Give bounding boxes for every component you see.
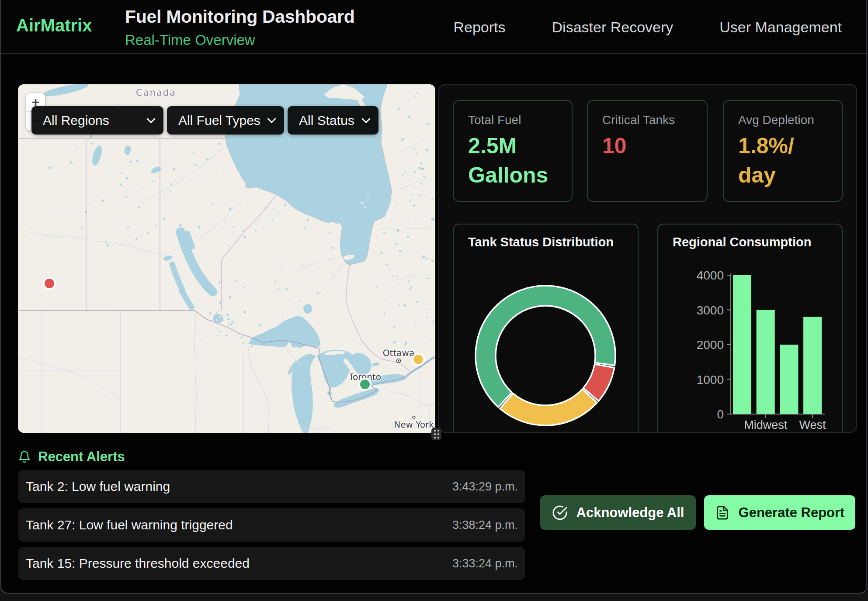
chevron-down-icon — [267, 118, 276, 123]
map-canvas[interactable]: Canada Ottawa Toronto New York — [18, 84, 435, 433]
filter-status-value: All Status — [299, 113, 354, 128]
stat-value: 2.5M Gallons — [468, 131, 548, 190]
nav-user-management[interactable]: User Management — [719, 19, 842, 36]
chart-card-tank-status: Tank Status Distribution — [453, 224, 639, 433]
nav-reports[interactable]: Reports — [454, 19, 506, 36]
check-circle-icon — [552, 505, 568, 521]
alerts-header: Recent Alerts — [18, 449, 125, 465]
alert-message: Tank 2: Low fuel warning — [26, 470, 170, 503]
generate-report-label: Generate Report — [739, 505, 845, 521]
filter-fuel-types[interactable]: All Fuel Types — [167, 106, 284, 135]
header: AirMatrix Fuel Monitoring Dashboard Real… — [1, 0, 866, 54]
brand-logo: AirMatrix — [16, 16, 92, 35]
page-subtitle: Real-Time Overview — [125, 32, 255, 48]
bar-ytick: 4000 — [697, 269, 724, 282]
filter-regions[interactable]: All Regions — [31, 106, 163, 135]
bar-xlabel: West — [799, 418, 826, 432]
marker-critical[interactable] — [44, 278, 55, 289]
bar-chart: 01000200030004000MidwestWest — [658, 225, 844, 433]
document-icon — [715, 505, 730, 520]
bar-xlabel: Midwest — [744, 418, 788, 432]
stat-value: 10 — [602, 131, 627, 161]
alert-row[interactable]: Tank 15: Pressure threshold exceeded 3:3… — [18, 547, 525, 580]
bar-ytick: 2000 — [697, 338, 724, 352]
alert-time: 3:38:24 p.m. — [452, 508, 518, 542]
bar-2[interactable] — [780, 345, 798, 414]
alert-time: 3:43:29 p.m. — [452, 470, 518, 503]
map-label-newyork: New York — [394, 419, 434, 430]
chevron-down-icon — [361, 118, 371, 123]
bell-icon — [18, 450, 31, 464]
bar-3[interactable] — [803, 317, 822, 414]
map-label-ottawa: Ottawa — [383, 348, 414, 358]
alert-message: Tank 15: Pressure threshold exceeded — [26, 547, 250, 580]
chevron-down-icon — [146, 118, 156, 123]
marker-warning[interactable] — [413, 354, 424, 365]
acknowledge-all-button[interactable]: Acknowledge All — [540, 495, 696, 530]
alert-row[interactable]: Tank 2: Low fuel warning 3:43:29 p.m. — [18, 470, 525, 503]
alerts-title: Recent Alerts — [38, 449, 125, 465]
acknowledge-all-label: Acknowledge All — [576, 505, 684, 521]
bar-1[interactable] — [757, 310, 775, 414]
map-panel: Canada Ottawa Toronto New York + − All R… — [18, 84, 435, 433]
alert-row[interactable]: Tank 27: Low fuel warning triggered 3:38… — [18, 508, 525, 542]
alert-time: 3:33:24 p.m. — [452, 547, 518, 580]
chart-card-regional-consumption: Regional Consumption 01000200030004000Mi… — [657, 224, 843, 433]
bar-0[interactable] — [733, 275, 751, 414]
app-window: AirMatrix Fuel Monitoring Dashboard Real… — [0, 0, 867, 594]
marker-normal[interactable] — [359, 379, 371, 390]
generate-report-button[interactable]: Generate Report — [704, 495, 855, 530]
nav-disaster-recovery[interactable]: Disaster Recovery — [552, 19, 674, 36]
alert-message: Tank 27: Low fuel warning triggered — [26, 508, 233, 542]
filter-fuel-types-value: All Fuel Types — [178, 113, 260, 128]
map-filters: All Regions All Fuel Types All Status — [31, 106, 378, 135]
resize-handle[interactable] — [431, 428, 441, 440]
dashboard-panel: Total Fuel 2.5M Gallons Critical Tanks 1… — [438, 84, 857, 433]
main-nav: Reports Disaster Recovery User Managemen… — [454, 0, 842, 54]
map-label-country: Canada — [136, 87, 176, 98]
stat-value: 1.8%/ day — [738, 131, 794, 190]
stat-card-avg-depletion: Avg Depletion 1.8%/ day — [723, 100, 843, 202]
stat-card-critical-tanks: Critical Tanks 10 — [587, 100, 708, 202]
bar-ytick: 1000 — [697, 373, 724, 387]
page-title: Fuel Monitoring Dashboard — [125, 7, 354, 27]
stat-label: Total Fuel — [468, 113, 521, 127]
stat-label: Critical Tanks — [602, 113, 675, 127]
bar-ytick: 3000 — [697, 304, 724, 317]
filter-status[interactable]: All Status — [288, 106, 378, 135]
stat-card-total-fuel: Total Fuel 2.5M Gallons — [453, 100, 573, 202]
donut-segment-warning[interactable] — [500, 389, 597, 425]
stat-label: Avg Depletion — [738, 113, 814, 127]
donut-chart — [454, 225, 639, 433]
filter-regions-value: All Regions — [43, 113, 109, 128]
bar-ytick: 0 — [717, 408, 724, 421]
